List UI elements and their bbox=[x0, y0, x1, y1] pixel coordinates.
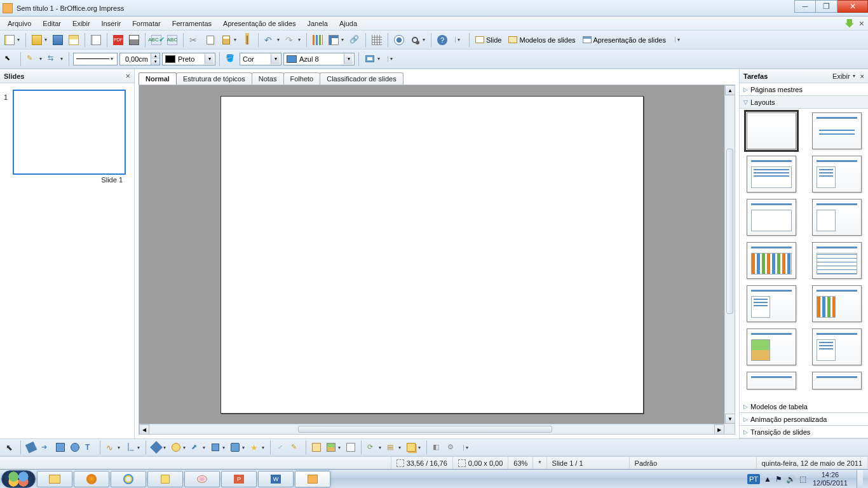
fill-color-select[interactable]: Azul 8 ▾ bbox=[283, 53, 355, 65]
menu-ferramentas[interactable]: Ferramentas bbox=[167, 18, 217, 29]
section-custom-animation[interactable]: ▷Animação personalizada bbox=[740, 413, 868, 426]
window-close-button[interactable]: ✕ bbox=[837, 0, 868, 13]
navigator-button[interactable] bbox=[392, 33, 406, 47]
tray-flag-icon[interactable]: ▲ bbox=[764, 475, 771, 484]
task-word[interactable]: W bbox=[258, 471, 294, 487]
task-media-player[interactable] bbox=[74, 471, 109, 487]
line-style-select[interactable]: ▾ bbox=[73, 53, 118, 65]
canvas-background[interactable] bbox=[139, 85, 724, 424]
menu-editar[interactable]: Editar bbox=[37, 18, 66, 29]
rectangle-tool[interactable] bbox=[54, 441, 67, 454]
open-button[interactable]: ▾ bbox=[30, 33, 44, 47]
start-button[interactable] bbox=[1, 470, 36, 488]
layout-text-chart[interactable] bbox=[812, 285, 862, 322]
layout-chart-text[interactable] bbox=[812, 329, 862, 365]
basic-shapes-tool[interactable]: ▾ bbox=[150, 441, 163, 454]
layout-chart[interactable] bbox=[747, 242, 796, 279]
menu-janela[interactable]: Janela bbox=[302, 18, 332, 29]
scroll-down-icon[interactable]: ▼ bbox=[725, 414, 735, 424]
export-pdf-button[interactable]: PDF bbox=[111, 33, 125, 47]
connector-tool[interactable]: ⎥⎯▾ bbox=[124, 441, 137, 454]
tray-clock[interactable]: 14:26 12/05/2011 bbox=[810, 471, 850, 486]
show-grid-button[interactable] bbox=[370, 33, 384, 47]
window-maximize-button[interactable]: ❐ bbox=[816, 0, 837, 13]
document-close-icon[interactable]: × bbox=[859, 18, 864, 29]
draw-toolbar-overflow[interactable]: ▾ bbox=[460, 441, 473, 454]
points-edit-tool[interactable]: ⟋ bbox=[275, 441, 287, 454]
slide-canvas[interactable] bbox=[220, 96, 644, 414]
insert-slide-button[interactable]: Slide bbox=[473, 33, 505, 47]
help-button[interactable]: ? bbox=[435, 33, 449, 47]
paste-button[interactable]: ▾ bbox=[219, 33, 233, 47]
language-indicator[interactable]: PT bbox=[747, 474, 760, 484]
interaction-tool[interactable]: ⚙ bbox=[445, 441, 458, 454]
linefill-toolbar-overflow[interactable]: ▾ bbox=[384, 52, 398, 66]
vertical-scrollbar[interactable]: ▲ ▼ bbox=[724, 85, 735, 424]
autospellcheck-button[interactable]: ABC bbox=[165, 33, 179, 47]
area-fill-button[interactable]: 🪣 bbox=[224, 52, 238, 66]
task-paint[interactable] bbox=[184, 471, 220, 487]
layout-title-only[interactable] bbox=[747, 199, 796, 236]
scroll-right-icon[interactable]: ▶ bbox=[714, 424, 724, 435]
tab-normal[interactable]: Normal bbox=[139, 72, 177, 85]
save-button[interactable] bbox=[51, 33, 65, 47]
tab-outline[interactable]: Estrutura de tópicos bbox=[176, 72, 252, 85]
format-paintbrush-button[interactable] bbox=[240, 33, 254, 47]
tray-volume-icon[interactable]: 🔊 bbox=[786, 475, 796, 484]
slide-thumbnail-1[interactable]: 1 Slide 1 bbox=[4, 90, 130, 184]
window-minimize-button[interactable]: ─ bbox=[794, 0, 816, 13]
tray-network-icon[interactable]: ⬚ bbox=[799, 475, 806, 484]
menu-arquivo[interactable]: Arquivo bbox=[3, 18, 36, 29]
scroll-thumb[interactable] bbox=[726, 149, 733, 314]
section-master-pages[interactable]: ▷Páginas mestres bbox=[740, 83, 868, 96]
fontwork-tool[interactable] bbox=[310, 441, 323, 454]
section-layouts[interactable]: ▽Layouts bbox=[740, 96, 868, 109]
slide-templates-button[interactable]: Modelos de slides bbox=[506, 33, 578, 47]
show-desktop-button[interactable] bbox=[857, 470, 863, 488]
task-notes[interactable] bbox=[147, 471, 183, 487]
spin-down-icon[interactable]: ▾ bbox=[151, 59, 159, 65]
arrow-ends-button[interactable]: ⇆▾ bbox=[46, 52, 60, 66]
section-slide-transition[interactable]: ▷Transição de slides bbox=[740, 426, 868, 438]
select-tool[interactable]: ⬉ bbox=[4, 441, 17, 454]
status-zoom[interactable]: 63% bbox=[508, 457, 533, 469]
scroll-thumb[interactable] bbox=[298, 426, 552, 433]
spellcheck-button[interactable]: ABC✔ bbox=[149, 33, 163, 47]
download-update-icon[interactable] bbox=[845, 19, 854, 28]
layout-blank[interactable] bbox=[747, 112, 796, 149]
fill-mode-select[interactable]: Cor ▾ bbox=[240, 53, 281, 65]
email-button[interactable] bbox=[67, 33, 81, 47]
layout-table[interactable] bbox=[812, 242, 862, 279]
redo-button[interactable]: ↷▾ bbox=[283, 33, 297, 47]
callouts-tool[interactable]: ▾ bbox=[229, 441, 241, 454]
layout-extra-2[interactable] bbox=[812, 372, 862, 390]
menu-inserir[interactable]: Inserir bbox=[97, 18, 126, 29]
layout-clip-text[interactable] bbox=[747, 285, 796, 322]
symbol-shapes-tool[interactable]: ▾ bbox=[170, 441, 182, 454]
tray-action-icon[interactable]: ⚑ bbox=[775, 475, 782, 484]
new-document-button[interactable]: ▾ bbox=[3, 33, 17, 47]
block-arrows-tool[interactable]: ⬈▾ bbox=[189, 441, 202, 454]
hyperlink-button[interactable]: 🔗 bbox=[348, 33, 362, 47]
stars-tool[interactable]: ★▾ bbox=[248, 441, 261, 454]
scroll-left-icon[interactable]: ◀ bbox=[139, 424, 149, 435]
layout-two-content[interactable] bbox=[812, 156, 862, 193]
line-width-input[interactable]: 0,00cm ▴▾ bbox=[119, 53, 160, 65]
gluepoints-tool[interactable]: ✎ bbox=[289, 441, 302, 454]
extrusion-tool[interactable]: ◧ bbox=[431, 441, 444, 454]
insert-table-button[interactable]: ▾ bbox=[327, 33, 341, 47]
gallery-tool[interactable] bbox=[344, 441, 357, 454]
insert-chart-button[interactable] bbox=[311, 33, 325, 47]
copy-button[interactable] bbox=[203, 33, 217, 47]
flowchart-tool[interactable]: ▾ bbox=[209, 441, 222, 454]
curve-tool[interactable]: ∿▾ bbox=[104, 441, 117, 454]
menu-exibir[interactable]: Exibir bbox=[67, 18, 95, 29]
task-explorer[interactable] bbox=[37, 471, 72, 487]
tab-sorter[interactable]: Classificador de slides bbox=[320, 72, 403, 85]
shadow-button[interactable]: ▾ bbox=[363, 52, 377, 66]
dropdown-icon[interactable]: ▾ bbox=[344, 54, 353, 64]
alignment-tool[interactable]: ▤▾ bbox=[385, 441, 398, 454]
arrange-tool[interactable]: ▾ bbox=[405, 441, 417, 454]
scroll-up-icon[interactable]: ▲ bbox=[725, 85, 735, 95]
cut-button[interactable]: ✂ bbox=[187, 33, 201, 47]
